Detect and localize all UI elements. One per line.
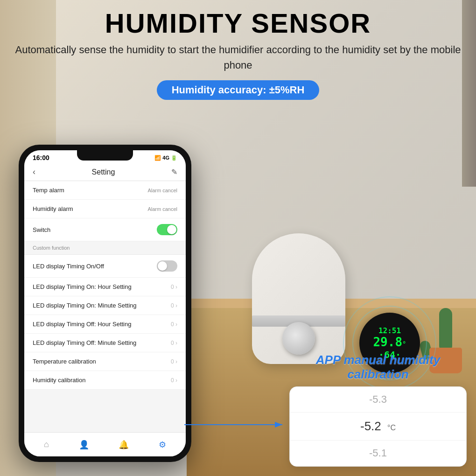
bottom-nav-settings[interactable]: ⚙ (159, 440, 166, 450)
bottom-nav-alarm[interactable]: 🔔 (119, 440, 129, 450)
calibration-card: -5.3 -5.2 °C -5.1 (289, 386, 467, 467)
switch-item[interactable]: Switch (24, 218, 186, 241)
led-on-minute-arrow: 0 › (171, 302, 177, 309)
custom-settings-list: LED display Timing On/Off LED display Ti… (24, 255, 186, 390)
settings-list: Temp alarm Alarm cancel Humidity alarm A… (24, 181, 186, 241)
phone: 16:00 📶 4G 🔋 ‹ Setting ✎ Temp alarm Alar… (19, 145, 191, 462)
nav-title: Setting (92, 168, 115, 176)
edit-button[interactable]: ✎ (171, 168, 177, 176)
led-timing-toggle[interactable] (157, 260, 177, 272)
header-section: HUMIDITY SENSOR Automatically sense the … (0, 0, 476, 100)
led-timing-toggle-item[interactable]: LED display Timing On/Off (24, 255, 186, 278)
profile-icon: 👤 (79, 440, 89, 450)
status-time: 16:00 (33, 154, 49, 161)
bottom-nav-profile[interactable]: 👤 (79, 440, 89, 450)
humidity-calibration-label: Humidity calibration (33, 377, 85, 384)
humidity-calibration-item[interactable]: Humidity calibration 0 › (24, 371, 186, 390)
calibration-title: APP manual humidity calibration (289, 353, 467, 382)
sensor-temperature: 29.8° (373, 335, 406, 349)
temp-alarm-item[interactable]: Temp alarm Alarm cancel (24, 181, 186, 200)
alarm-icon: 🔔 (119, 440, 129, 450)
network-label: 4G (162, 155, 169, 161)
led-on-hour-label: LED display Timing On: Hour Setting (33, 283, 132, 290)
led-off-minute-label: LED display Timing Off: Minute Setting (33, 339, 136, 346)
sensor-time: 12:51 (378, 326, 401, 335)
temp-alarm-value: Alarm cancel (147, 188, 177, 193)
signal-icon: 📶 (154, 155, 161, 161)
switch-label: Switch (33, 226, 50, 233)
status-icons: 📶 4G 🔋 (154, 155, 177, 161)
phone-outer: 16:00 📶 4G 🔋 ‹ Setting ✎ Temp alarm Alar… (19, 145, 191, 462)
subtitle: Automatically sense the humidity to star… (0, 42, 476, 73)
humidifier-knob (282, 322, 315, 355)
cal-value-top: -5.3 (290, 387, 466, 413)
main-title: HUMIDITY SENSOR (0, 8, 476, 38)
led-off-minute-arrow: 0 › (171, 340, 177, 346)
humidity-alarm-item[interactable]: Humidity alarm Alarm cancel (24, 200, 186, 218)
humidity-alarm-label: Humidity alarm (33, 205, 73, 212)
cal-unit: °C (387, 424, 396, 432)
humidifier (252, 233, 345, 364)
cal-value-selected: -5.2 °C (290, 413, 466, 441)
calibration-section: APP manual humidity calibration -5.3 -5.… (289, 353, 467, 467)
phone-screen: 16:00 📶 4G 🔋 ‹ Setting ✎ Temp alarm Alar… (24, 150, 186, 456)
led-on-minute-item[interactable]: LED display Timing On: Minute Setting 0 … (24, 296, 186, 315)
cal-value-bottom: -5.1 (290, 441, 466, 466)
bottom-nav-home[interactable]: ⌂ (44, 440, 49, 449)
cactus-body (439, 308, 452, 350)
led-off-minute-item[interactable]: LED display Timing Off: Minute Setting 0… (24, 334, 186, 352)
battery-icon: 🔋 (171, 155, 177, 161)
settings-icon: ⚙ (159, 440, 166, 450)
humidifier-body (252, 233, 345, 364)
switch-toggle[interactable] (157, 224, 177, 235)
led-off-hour-item[interactable]: LED display Timing Off: Hour Setting 0 › (24, 315, 186, 334)
temp-alarm-label: Temp alarm (33, 187, 64, 194)
cal-selected-value: -5.2 (360, 419, 381, 433)
phone-notch (77, 150, 133, 161)
led-on-hour-arrow: 0 › (171, 284, 177, 290)
home-icon: ⌂ (44, 440, 49, 449)
humidity-alarm-value: Alarm cancel (147, 206, 177, 212)
custom-section-header: Custom function (24, 241, 186, 255)
temp-calibration-item[interactable]: Temperature calibration 0 › (24, 352, 186, 371)
led-off-hour-label: LED display Timing Off: Hour Setting (33, 321, 131, 328)
bottom-nav: ⌂ 👤 🔔 ⚙ (24, 432, 186, 456)
back-button[interactable]: ‹ (33, 167, 35, 177)
temp-calibration-arrow: 0 › (171, 358, 177, 365)
led-on-minute-label: LED display Timing On: Minute Setting (33, 302, 137, 309)
accuracy-badge: Humidity accuracy: ±5%RH (157, 80, 320, 100)
temp-calibration-label: Temperature calibration (33, 358, 96, 365)
humidity-calibration-arrow: 0 › (171, 377, 177, 384)
nav-bar: ‹ Setting ✎ (24, 163, 186, 181)
led-off-hour-arrow: 0 › (171, 321, 177, 328)
led-timing-label: LED display Timing On/Off (33, 263, 104, 270)
led-on-hour-item[interactable]: LED display Timing On: Hour Setting 0 › (24, 278, 186, 296)
